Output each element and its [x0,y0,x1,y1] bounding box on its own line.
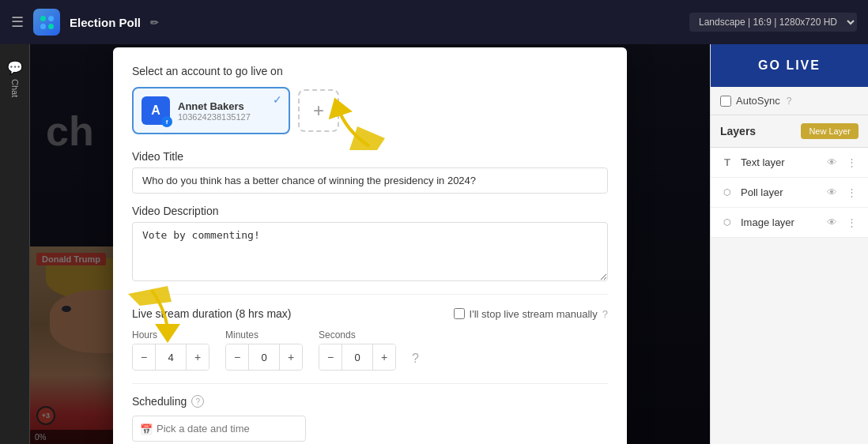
layer-item-poll[interactable]: ⬡ Poll layer 👁 ⋮ [711,178,868,208]
plus-icon: + [313,100,324,122]
hamburger-icon[interactable]: ☰ [11,13,24,31]
layers-title: Layers [720,125,756,137]
text-layer-visibility[interactable]: 👁 [825,155,839,170]
video-title-input[interactable] [132,167,608,194]
layer-item-image[interactable]: ⬡ Image layer 👁 ⋮ [711,208,868,238]
manual-stop-checkbox[interactable] [454,308,465,319]
minutes-decrement[interactable]: − [226,344,248,370]
select-account-label: Select an account to go live on [132,65,608,77]
date-time-input[interactable] [132,416,306,442]
account-name: Annet Bakers [178,100,251,112]
image-layer-icon: ⬡ [720,217,734,228]
poll-layer-name: Poll layer [741,186,819,198]
video-description-label: Video Description [132,205,608,217]
add-account-button[interactable]: + [298,89,339,132]
app-title: Election Poll [70,16,141,29]
new-layer-button[interactable]: New Layer [801,123,859,139]
seconds-decrement[interactable]: − [319,344,342,370]
manual-stop-label: I'll stop live stream manually [470,308,598,320]
account-avatar: A f [142,96,170,125]
autosync-help-icon[interactable]: ? [787,96,792,107]
edit-title-icon[interactable]: ✏ [150,17,159,28]
go-live-modal: Select an account to go live on A f Anne… [113,47,627,444]
seconds-stepper: − + [319,344,396,371]
hours-increment[interactable]: + [187,344,209,370]
hours-stepper: − + [132,344,209,371]
minutes-stepper: − + [225,344,303,371]
layer-item-text[interactable]: T Text layer 👁 ⋮ [711,148,868,178]
image-layer-menu[interactable]: ⋮ [845,215,859,230]
text-layer-name: Text layer [741,156,819,168]
text-layer-icon: T [720,156,734,168]
poll-layer-visibility[interactable]: 👁 [825,185,839,200]
hours-label: Hours [132,329,209,341]
chat-button[interactable]: 💬 Chat [7,54,22,103]
duration-help-icon[interactable]: ? [412,352,419,366]
poll-layer-menu[interactable]: ⋮ [845,185,859,200]
modal-overlay: Select an account to go live on A f Anne… [30,44,710,444]
minutes-value[interactable] [248,344,280,370]
right-panel: GO LIVE AutoSync ? Layers New Layer T Te… [710,44,868,444]
seconds-label: Seconds [319,329,396,341]
duration-label: Live stream duration (8 hrs max) [132,307,292,320]
scheduling-help-icon[interactable]: ? [191,395,204,408]
image-layer-visibility[interactable]: 👁 [825,215,839,230]
chat-icon: 💬 [7,60,22,76]
chat-sidebar: 💬 Chat [0,44,30,444]
hours-decrement[interactable]: − [133,344,155,370]
seconds-increment[interactable]: + [373,344,395,370]
account-check-icon: ✓ [273,93,282,106]
manual-stop-help-icon[interactable]: ? [602,308,608,320]
go-live-button[interactable]: GO LIVE [711,44,868,87]
poll-layer-icon: ⬡ [720,187,734,198]
video-description-input[interactable] [132,222,608,281]
format-selector[interactable]: Landscape | 16:9 | 1280x720 HD [689,13,857,32]
text-layer-menu[interactable]: ⋮ [845,155,859,170]
minutes-label: Minutes [225,329,303,341]
scheduling-label: Scheduling [132,395,187,408]
manual-stop-row: I'll stop live stream manually ? [454,308,608,320]
seconds-value[interactable] [342,344,373,370]
app-logo [33,9,60,36]
autosync-checkbox[interactable] [720,96,731,107]
image-layer-name: Image layer [741,216,819,228]
facebook-badge: f [161,116,172,127]
calendar-icon: 📅 [140,423,153,435]
account-id: 103624238135127 [178,112,251,122]
autosync-label: AutoSync [736,95,780,107]
hours-value[interactable] [155,344,187,370]
account-card[interactable]: A f Annet Bakers 103624238135127 ✓ [132,87,290,134]
video-title-label: Video Title [132,150,608,163]
minutes-increment[interactable]: + [280,344,302,370]
